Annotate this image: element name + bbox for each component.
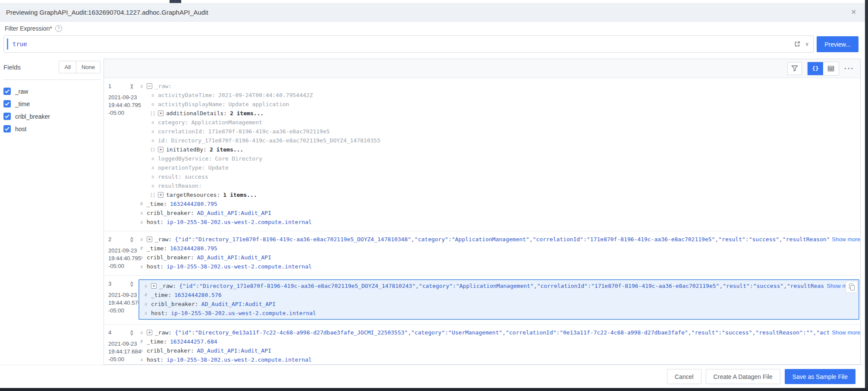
- field-value: Update application: [229, 100, 289, 109]
- close-icon[interactable]: ✕: [851, 8, 856, 16]
- expand-toggle-icon[interactable]: ∧∨: [130, 330, 133, 335]
- expand-node-icon[interactable]: +: [158, 147, 164, 152]
- field-value: Update: [208, 163, 229, 172]
- filter-label-row: Filter Expression* ?: [5, 25, 62, 32]
- event-gutter: 1∨∧2021-09-2319:44:40.795-05:00: [104, 82, 138, 227]
- field-key: host:: [147, 262, 164, 271]
- field-key: cribl_breaker:: [151, 300, 198, 309]
- type-badge-icon: a: [150, 172, 156, 181]
- more-options-button[interactable]: ···: [844, 64, 854, 73]
- chevron-down-icon[interactable]: ∨: [805, 41, 809, 47]
- field-value: AD_Audit_API:Audit_API: [197, 346, 271, 355]
- checkbox-checked-icon[interactable]: [3, 113, 11, 120]
- expand-node-icon[interactable]: +: [158, 192, 164, 198]
- selected-event-box[interactable]: a+_raw:{"id":"Directory_171e870f-8196-41…: [138, 279, 859, 320]
- select-all-button[interactable]: All: [59, 61, 75, 73]
- checkbox-checked-icon[interactable]: [3, 100, 11, 107]
- create-datagen-button[interactable]: Create A Datagen File: [706, 369, 780, 384]
- event-index: 4: [108, 329, 111, 336]
- field-key: correlationId:: [158, 127, 205, 136]
- events-list: 1∨∧2021-09-2319:44:40.795-05:00a−_raw:aa…: [104, 78, 860, 365]
- event-index: 3: [108, 281, 111, 287]
- background-page-edge-bottom: [0, 388, 868, 391]
- field-value: {"id":"Directory_171e870f-8196-419c-aa36…: [179, 281, 824, 290]
- type-badge-icon: a: [150, 91, 156, 100]
- type-badge-icon: []: [150, 190, 156, 199]
- field-key: _raw:: [155, 328, 172, 337]
- field-value: 1632444280.795: [170, 199, 217, 208]
- expand-toggle-icon[interactable]: ∧∨: [130, 237, 133, 242]
- event-field-line: ahost:ip-10-255-38-202.us-west-2.compute…: [138, 355, 860, 364]
- event-field-line: aactivityDateTime:2021-09-24T00:44:40.79…: [150, 91, 860, 100]
- field-checkbox-row: _time: [3, 98, 101, 110]
- field-key: _time:: [151, 290, 171, 300]
- checkbox-checked-icon[interactable]: [3, 125, 11, 132]
- field-checkbox-row: host: [3, 123, 101, 135]
- type-badge-icon: a: [150, 100, 156, 109]
- expand-editor-icon[interactable]: [794, 41, 801, 47]
- event-content: a+_raw:{"id":"Directory_171e870f-8196-41…: [138, 279, 860, 320]
- field-value: ip-10-255-38-202.us-west-2.compute.inter…: [171, 309, 316, 318]
- filter-funnel-button[interactable]: [787, 62, 802, 75]
- event-row: 2∧∨2021-09-2319:44:40.795-05:00a+_raw:{"…: [104, 231, 860, 276]
- event-row: 1∨∧2021-09-2319:44:40.795-05:00a−_raw:aa…: [104, 78, 860, 231]
- type-badge-icon: a: [138, 328, 145, 337]
- cancel-button[interactable]: Cancel: [667, 369, 701, 384]
- field-value: AD_Audit_API:Audit_API: [201, 300, 276, 309]
- event-gutter: 4∧∨2021-09-2319:44:17.684-05:00: [104, 328, 138, 364]
- fields-title: Fields: [3, 63, 21, 71]
- field-key: additionalDetails:: [166, 109, 227, 118]
- expand-node-icon[interactable]: +: [147, 236, 152, 242]
- field-value: 2 items...: [210, 145, 243, 154]
- event-field-line: ahost:ip-10-255-38-202.us-west-2.compute…: [138, 262, 860, 271]
- filter-expression-input[interactable]: true ∨: [3, 35, 814, 53]
- event-field-line: acribl_breaker:AD_Audit_API:Audit_API: [143, 300, 855, 309]
- field-value: {"id":"Directory_171e870f-8196-419c-aa36…: [175, 235, 829, 244]
- view-mode-toggle: {}: [807, 62, 839, 76]
- field-key: resultReason:: [158, 181, 202, 190]
- event-field-line: a−_raw:: [138, 82, 860, 91]
- copy-button[interactable]: [846, 281, 858, 293]
- field-key: cribl_breaker:: [147, 346, 194, 355]
- field-value: success: [185, 172, 208, 181]
- event-timestamp: 2021-09-2319:44:17.684-05:00: [108, 340, 138, 363]
- type-badge-icon: []: [150, 109, 156, 118]
- field-value: 171e870f-8196-419c-aa36-e8ac702119e5: [208, 127, 330, 136]
- field-key: _raw:: [155, 82, 172, 91]
- expand-node-icon[interactable]: +: [147, 330, 152, 335]
- field-value: 1632444257.684: [170, 337, 217, 346]
- field-name-label: _raw: [15, 88, 28, 95]
- field-key: cribl_breaker:: [147, 208, 194, 218]
- checkbox-checked-icon[interactable]: [3, 88, 11, 95]
- type-badge-icon: a: [143, 281, 149, 290]
- type-badge-icon: a: [138, 218, 145, 227]
- event-content: a−_raw:aactivityDateTime:2021-09-24T00:4…: [138, 82, 860, 227]
- field-value: AD_Audit_API:Audit_API: [197, 208, 271, 218]
- type-badge-icon: a: [138, 355, 145, 364]
- fields-panel: Fields All None _raw_timecribl_breakerho…: [3, 60, 101, 135]
- field-key: category:: [158, 118, 188, 127]
- event-field-line: ahost:ip-10-255-38-202.us-west-2.compute…: [138, 218, 860, 227]
- field-key: cribl_breaker:: [147, 253, 194, 262]
- expand-node-icon[interactable]: +: [158, 110, 164, 116]
- expand-toggle-icon[interactable]: ∧∨: [130, 281, 133, 287]
- table-view-button[interactable]: [823, 62, 839, 75]
- expand-node-icon[interactable]: +: [151, 283, 157, 289]
- show-more-link[interactable]: Show more: [832, 235, 860, 244]
- preview-button[interactable]: Preview...: [817, 36, 859, 52]
- event-field-line: []+targetResources:1 items...: [150, 190, 860, 199]
- collapse-toggle-icon[interactable]: ∨∧: [130, 84, 133, 89]
- help-icon[interactable]: ?: [55, 25, 62, 32]
- save-sample-button[interactable]: Save as Sample File: [785, 369, 855, 384]
- collapse-node-icon[interactable]: −: [147, 83, 152, 89]
- json-view-button[interactable]: {}: [808, 62, 823, 75]
- field-value: ip-10-255-38-202.us-west-2.compute.inter…: [167, 218, 312, 227]
- field-value: 2021-09-24T00:44:40.7954442Z: [218, 91, 313, 100]
- select-none-button[interactable]: None: [76, 61, 100, 73]
- event-field-line: acategory:ApplicationManagement: [150, 118, 860, 127]
- show-more-link[interactable]: Show more: [832, 328, 860, 337]
- field-value: 1632444280.795: [170, 244, 217, 253]
- event-field-line: aresult:success: [150, 172, 860, 181]
- field-key: initiatedBy:: [166, 145, 207, 154]
- type-badge-icon: a: [150, 118, 156, 127]
